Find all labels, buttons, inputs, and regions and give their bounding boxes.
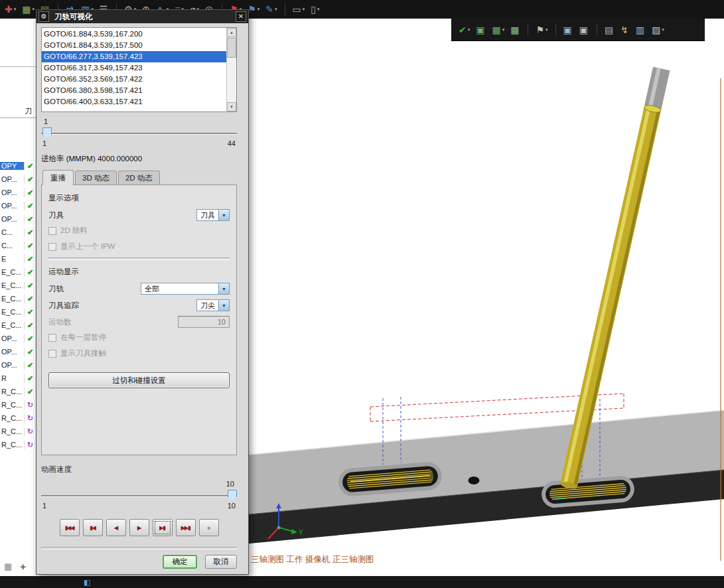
- goto-list[interactable]: GOTO/61.884,3.539,167.200GOTO/61.884,3.5…: [41, 27, 237, 112]
- operation-row[interactable]: E_C... ✔: [0, 279, 36, 292]
- machined-part: [242, 410, 724, 544]
- operation-row[interactable]: R_C... ✔: [0, 385, 36, 398]
- toolpath-dropdown[interactable]: 全部 ▼: [141, 283, 230, 295]
- operation-row[interactable]: R_C... ↻: [0, 411, 36, 425]
- separator: [48, 257, 230, 260]
- goto-line[interactable]: GOTO/66.352,3.569,157.422: [42, 74, 226, 85]
- operation-row[interactable]: OP... ✔: [0, 345, 36, 358]
- gouge-collision-settings-button[interactable]: 过切和碰撞设置: [48, 372, 230, 388]
- operation-status-icon: ✔: [24, 228, 36, 237]
- playback-button[interactable]: ▶: [129, 519, 149, 536]
- scroll-down-button[interactable]: ▼: [227, 102, 236, 111]
- goto-line[interactable]: GOTO/61.884,3.539,167.200: [42, 29, 226, 40]
- toolbar-icon[interactable]: ▦: [508, 22, 522, 38]
- navigator-column-header: 刀: [0, 104, 36, 118]
- tool-track-dropdown[interactable]: 刀尖 ▼: [196, 299, 230, 311]
- dropdown-arrow-icon[interactable]: ▼: [218, 300, 229, 311]
- dialog-titlebar[interactable]: ⚙ 刀轨可视化 ✕: [36, 10, 248, 23]
- operation-row[interactable]: E_C... ✔: [0, 305, 36, 319]
- operation-row[interactable]: C... ✔: [0, 226, 36, 239]
- dialog-settings-button[interactable]: ⚙: [38, 11, 49, 22]
- operation-row[interactable]: OP... ✔: [0, 332, 36, 345]
- scrollbar-track[interactable]: [227, 37, 236, 102]
- slider-thumb[interactable]: [42, 127, 52, 139]
- slider-thumb[interactable]: [228, 490, 237, 502]
- toolbar-icon[interactable]: [555, 24, 556, 36]
- grid-icon[interactable]: ▦: [4, 561, 12, 571]
- toolbar-icon[interactable]: ▦ ▾: [490, 22, 506, 38]
- goto-line[interactable]: GOTO/66.317,3.549,157.423: [42, 62, 226, 74]
- operation-status-icon: ↻: [24, 441, 36, 449]
- toolbar-icon[interactable]: ▦ ▾: [20, 1, 36, 17]
- playback-button[interactable]: ▶▮: [153, 519, 173, 536]
- progress-max-label: 44: [228, 139, 236, 147]
- toolbar-icon-glyph: ▦: [22, 5, 31, 14]
- goto-list-scrollbar[interactable]: ▲ ▼: [226, 28, 236, 111]
- operation-status-icon: ✔: [24, 242, 36, 250]
- goto-line[interactable]: GOTO/66.380,3.598,157.421: [42, 85, 226, 96]
- slider-track[interactable]: [41, 133, 237, 135]
- scrollbar-thumb[interactable]: [227, 38, 236, 58]
- operation-row[interactable]: R_C... ↻: [0, 425, 36, 438]
- toolbar-icon[interactable]: [597, 24, 597, 36]
- tab[interactable]: 重播: [42, 170, 74, 185]
- toolbar-icon[interactable]: ▨ ▾: [650, 22, 666, 38]
- toolbar-icon[interactable]: ▤: [603, 22, 616, 38]
- toolbar-icon[interactable]: ⚑ ▾: [534, 22, 549, 38]
- operation-row[interactable]: OP... ✔: [0, 358, 36, 372]
- playback-button[interactable]: ◀: [106, 519, 126, 536]
- operation-row[interactable]: R ✔: [0, 372, 36, 385]
- scroll-up-button[interactable]: ▲: [227, 28, 236, 37]
- playback-button[interactable]: ▶▶▮: [176, 519, 196, 536]
- operation-name: C...: [0, 242, 24, 250]
- operation-name: R_C...: [0, 388, 24, 396]
- operation-row[interactable]: OP... ✔: [0, 199, 36, 212]
- toolbar-icon[interactable]: ▣: [561, 22, 575, 38]
- operation-row[interactable]: OP... ✔: [0, 212, 36, 226]
- operation-row[interactable]: C... ✔: [0, 239, 36, 252]
- dropdown-arrow-icon[interactable]: ▼: [218, 283, 229, 294]
- toolbar-icon[interactable]: [528, 24, 528, 36]
- tool-label: 刀具: [48, 210, 64, 220]
- dropdown-arrow-icon[interactable]: ▼: [218, 210, 229, 220]
- operation-row[interactable]: OP... ✔: [0, 186, 36, 199]
- plus-icon[interactable]: +: [20, 561, 26, 572]
- goto-line[interactable]: GOTO/66.277,3.539,157.423: [42, 51, 226, 62]
- toolbar-icon[interactable]: ✎ ▾: [263, 1, 279, 17]
- separator: [41, 547, 237, 550]
- operation-row[interactable]: OP... ✔: [0, 173, 36, 186]
- dialog-close-button[interactable]: ✕: [236, 11, 246, 22]
- operation-row[interactable]: E_C... ✔: [0, 319, 36, 332]
- operation-row[interactable]: E_C... ✔: [0, 292, 36, 305]
- operation-row[interactable]: OPY ✔: [0, 159, 36, 173]
- toolbar-icon[interactable]: ✚ ▾: [3, 1, 18, 17]
- tab[interactable]: 2D 动态: [118, 171, 160, 184]
- cancel-button[interactable]: 取消: [205, 555, 237, 569]
- operation-name: OP...: [0, 202, 24, 210]
- motion-display-label: 运动显示: [48, 267, 230, 277]
- toolbar-icon[interactable]: ▣: [474, 22, 488, 38]
- animation-speed-slider[interactable]: [41, 489, 237, 501]
- playback-button[interactable]: ■: [199, 519, 219, 536]
- operation-row[interactable]: R_C... ↻: [0, 438, 36, 451]
- operation-row[interactable]: E ✔: [0, 252, 36, 265]
- toolbar-icon[interactable]: [285, 3, 285, 15]
- display-options-label: 显示选项: [48, 193, 230, 203]
- playback-button[interactable]: ▮◀: [83, 519, 103, 536]
- toolbar-icon[interactable]: ▥: [634, 22, 648, 38]
- ok-button[interactable]: 确定: [163, 555, 197, 569]
- goto-line[interactable]: GOTO/61.884,3.539,157.500: [42, 40, 226, 51]
- slider-track[interactable]: [41, 495, 237, 497]
- toolbar-icon[interactable]: ↯: [618, 22, 632, 38]
- toolbar-icon[interactable]: ✔ ▾: [457, 22, 472, 38]
- tool-dropdown[interactable]: 刀具 ▼: [196, 209, 230, 221]
- toolbar-icon[interactable]: ▯ ▾: [309, 1, 321, 17]
- operation-row[interactable]: R_C... ↻: [0, 398, 36, 411]
- toolbar-icon[interactable]: ▣: [577, 22, 591, 38]
- operation-row[interactable]: E_C... ✔: [0, 265, 36, 279]
- goto-line[interactable]: GOTO/66.400,3.633,157.421: [42, 96, 226, 108]
- progress-slider[interactable]: [41, 127, 237, 139]
- toolbar-icon[interactable]: ▭ ▾: [291, 1, 307, 17]
- tab[interactable]: 3D 动态: [75, 171, 117, 184]
- playback-button[interactable]: ▮◀◀: [60, 519, 80, 536]
